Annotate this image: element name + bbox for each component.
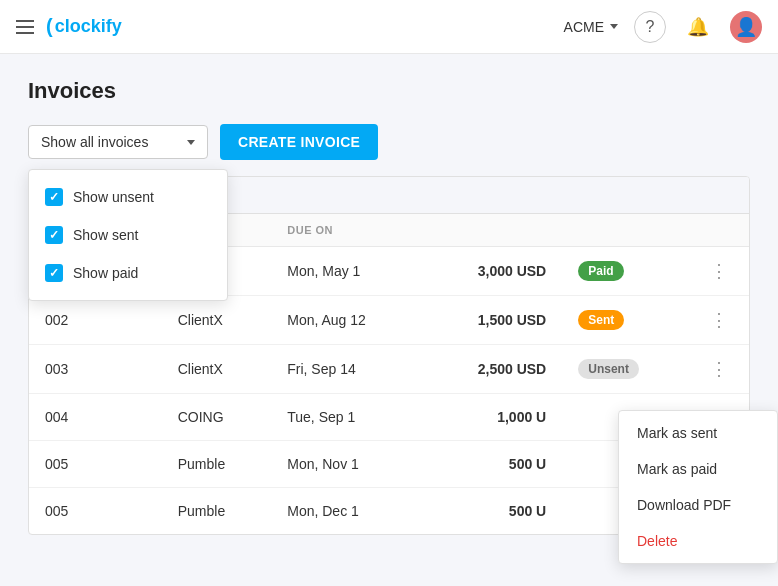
cell-due: Fri, Sep 14 [271,345,423,394]
row-actions-button[interactable]: ⋮ [706,262,733,280]
toolbar: Show all invoices ✓ Show unsent ✓ Show s… [28,124,750,160]
cell-actions: ⋮ [690,345,749,394]
filter-dropdown-menu: ✓ Show unsent ✓ Show sent ✓ Show paid [28,169,228,301]
status-badge: Paid [578,261,623,281]
col-header-amount [424,214,563,247]
notifications-button[interactable]: 🔔 [682,11,714,43]
header: ( clockify ACME ? 🔔 👤 [0,0,778,54]
bell-icon: 🔔 [687,16,709,38]
cell-client: ClientX [162,296,272,345]
workspace-label: ACME [564,19,604,35]
status-badge: Unsent [578,359,639,379]
cell-due: Mon, Nov 1 [271,441,423,488]
help-button[interactable]: ? [634,11,666,43]
filter-chevron-icon [187,140,195,145]
logo-text: clockify [55,16,122,37]
row-actions-button[interactable]: ⋮ [706,311,733,329]
col-header-due-on: DUE ON [271,214,423,247]
cell-due: Mon, May 1 [271,247,423,296]
cell-due: Tue, Sep 1 [271,394,423,441]
cell-invoice-id: 005 [29,441,162,488]
checkbox-unsent: ✓ [45,188,63,206]
dropdown-item-sent-label: Show sent [73,227,138,243]
cell-invoice-id: 003 [29,345,162,394]
context-menu-delete[interactable]: Delete [619,523,777,559]
col-header-status [562,214,690,247]
help-icon: ? [646,18,655,36]
header-right: ACME ? 🔔 👤 [564,11,762,43]
dropdown-item-paid-label: Show paid [73,265,138,281]
cell-client: COING [162,394,272,441]
cell-actions: ⋮ [690,296,749,345]
table-row: 003 ClientX Fri, Sep 14 2,500 USD Unsent… [29,345,749,394]
cell-amount: 3,000 USD [424,247,563,296]
cell-status: Unsent [562,345,690,394]
workspace-chevron-icon [610,24,618,29]
cell-invoice-id: 005 [29,488,162,535]
logo: ( clockify [46,15,122,38]
row-actions-button[interactable]: ⋮ [706,360,733,378]
avatar-placeholder: 👤 [735,16,757,38]
cell-client: ClientX [162,345,272,394]
cell-actions: ⋮ [690,247,749,296]
avatar[interactable]: 👤 [730,11,762,43]
cell-due: Mon, Aug 12 [271,296,423,345]
cell-client: Pumble [162,488,272,535]
dropdown-item-sent[interactable]: ✓ Show sent [29,216,227,254]
dropdown-item-unsent-label: Show unsent [73,189,154,205]
cell-due: Mon, Dec 1 [271,488,423,535]
cell-invoice-id: 002 [29,296,162,345]
dropdown-item-unsent[interactable]: ✓ Show unsent [29,178,227,216]
checkbox-paid: ✓ [45,264,63,282]
filter-dropdown: Show all invoices ✓ Show unsent ✓ Show s… [28,125,208,159]
col-header-actions [690,214,749,247]
workspace-selector[interactable]: ACME [564,19,618,35]
context-menu: Mark as sent Mark as paid Download PDF D… [618,410,778,564]
cell-amount: 2,500 USD [424,345,563,394]
cell-client: Pumble [162,441,272,488]
checkbox-sent: ✓ [45,226,63,244]
status-badge: Sent [578,310,624,330]
context-menu-mark-sent[interactable]: Mark as sent [619,415,777,451]
cell-amount: 1,500 USD [424,296,563,345]
cell-status: Sent [562,296,690,345]
context-menu-download-pdf[interactable]: Download PDF [619,487,777,523]
cell-amount: 1,000 U [424,394,563,441]
cell-invoice-id: 004 [29,394,162,441]
page-title: Invoices [28,78,750,104]
filter-button[interactable]: Show all invoices [28,125,208,159]
filter-label: Show all invoices [41,134,148,150]
cell-amount: 500 U [424,441,563,488]
logo-bracket: ( [46,15,53,38]
cell-amount: 500 U [424,488,563,535]
table-row: 002 ClientX Mon, Aug 12 1,500 USD Sent ⋮ [29,296,749,345]
context-menu-mark-paid[interactable]: Mark as paid [619,451,777,487]
dropdown-item-paid[interactable]: ✓ Show paid [29,254,227,292]
create-invoice-button[interactable]: CREATE INVOICE [220,124,378,160]
hamburger-menu-icon[interactable] [16,20,34,34]
cell-status: Paid [562,247,690,296]
